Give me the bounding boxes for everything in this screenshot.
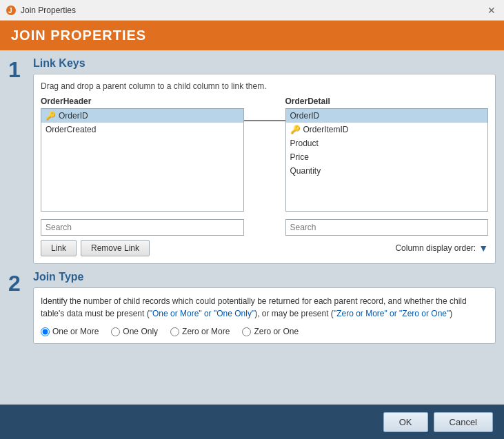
ok-button[interactable]: OK	[383, 412, 428, 432]
section2-content: Join Type Identify the number of child r…	[33, 271, 496, 344]
section2-number: 2	[8, 272, 28, 294]
section-join-type: 2 Join Type Identify the number of child…	[8, 271, 496, 344]
section1-number: 1	[8, 59, 28, 81]
radio-row: One or More One Only Zero or More Zero o…	[41, 327, 488, 336]
section2-title: Join Type	[33, 271, 496, 283]
radio-one-only-label: One Only	[123, 327, 158, 336]
cancel-button[interactable]: Cancel	[434, 412, 493, 432]
drag-hint: Drag and drop a parent column to a child…	[41, 81, 488, 91]
main-content: 1 Link Keys Drag and drop a parent colum…	[0, 50, 504, 405]
radio-one-or-more[interactable]: One or More	[41, 327, 99, 336]
join-description: Identify the number of child records whi…	[41, 295, 488, 320]
window-title: Join Properties	[21, 6, 76, 15]
section2-panel: Identify the number of child records whi…	[33, 287, 496, 344]
radio-zero-or-one[interactable]: Zero or One	[242, 327, 299, 336]
radio-zero-or-more-input[interactable]	[170, 327, 179, 336]
right-col-orderitemid[interactable]: 🔑 OrderItemID	[286, 123, 488, 136]
radio-zero-or-more-label: Zero or More	[182, 327, 230, 336]
columns-container: OrderHeader 🔑 OrderID OrderCreated	[41, 96, 488, 215]
right-col-price[interactable]: Price	[286, 150, 488, 164]
buttons-row: Link Remove Link Column display order: ▼	[41, 240, 488, 256]
right-col-quantity[interactable]: Quantity	[286, 164, 488, 178]
bottom-bar: OK Cancel	[0, 405, 504, 439]
close-button[interactable]: ✕	[485, 3, 498, 17]
key-icon-right: 🔑	[290, 125, 301, 134]
link-button[interactable]: Link	[41, 240, 77, 256]
section1-content: Link Keys Drag and drop a parent column …	[33, 57, 496, 264]
right-col-orderid[interactable]: OrderID	[286, 109, 488, 123]
right-column-group: OrderDetail OrderID 🔑 OrderItemID Produc…	[285, 96, 489, 212]
left-col-ordercreated[interactable]: OrderCreated	[41, 123, 243, 136]
right-col-product[interactable]: Product	[286, 136, 488, 150]
section1-title: Link Keys	[33, 57, 496, 70]
radio-zero-or-one-input[interactable]	[242, 327, 251, 336]
section-link-keys: 1 Link Keys Drag and drop a parent colum…	[8, 57, 496, 264]
connector-svg	[244, 112, 285, 215]
right-search-input[interactable]	[285, 219, 489, 236]
section1-panel: Drag and drop a parent column to a child…	[33, 74, 496, 264]
remove-link-button[interactable]: Remove Link	[81, 240, 150, 256]
left-column-list[interactable]: 🔑 OrderID OrderCreated	[41, 108, 244, 212]
orange-header: JOIN PROPERTIES	[0, 21, 504, 50]
column-display-order-label: Column display order:	[395, 243, 476, 253]
key-icon-left: 🔑	[46, 111, 56, 121]
right-column-list[interactable]: OrderID 🔑 OrderItemID Product Price	[285, 108, 489, 212]
title-bar-left: J Join Properties	[6, 5, 76, 16]
title-bar: J Join Properties ✕	[0, 0, 504, 21]
radio-one-only-input[interactable]	[111, 327, 120, 336]
dropdown-arrow-icon[interactable]: ▼	[478, 243, 488, 254]
radio-zero-or-one-label: Zero or One	[254, 327, 299, 336]
left-table-label: OrderHeader	[41, 96, 244, 106]
left-search-group	[41, 219, 244, 236]
radio-one-or-more-label: One or More	[52, 327, 99, 336]
left-col-orderid[interactable]: 🔑 OrderID	[41, 109, 243, 123]
left-search-input[interactable]	[41, 219, 244, 236]
left-column-group: OrderHeader 🔑 OrderID OrderCreated	[41, 96, 244, 212]
right-table-label: OrderDetail	[285, 96, 489, 106]
highlight-may-present: "Zero or More" or "Zero or One"	[334, 309, 450, 318]
right-search-group	[285, 219, 489, 236]
app-icon: J	[6, 5, 17, 16]
highlight-must-present: "One or More" or "One Only"	[150, 309, 254, 318]
radio-zero-or-more[interactable]: Zero or More	[170, 327, 230, 336]
column-display-order[interactable]: Column display order: ▼	[395, 243, 488, 254]
radio-one-or-more-input[interactable]	[41, 327, 50, 336]
search-row	[41, 219, 488, 236]
search-gap	[244, 219, 285, 236]
connector-area	[244, 96, 285, 215]
radio-one-only[interactable]: One Only	[111, 327, 158, 336]
svg-text:J: J	[8, 7, 12, 14]
